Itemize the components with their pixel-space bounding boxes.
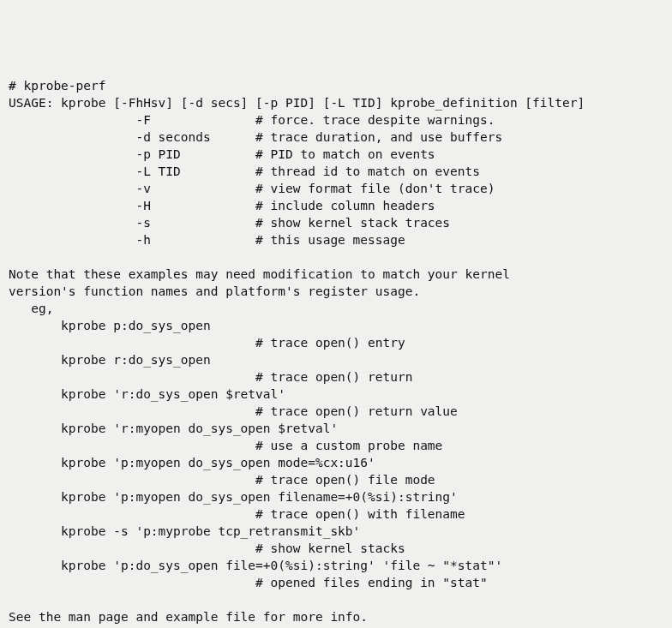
terminal-line: -s # show kernel stack traces xyxy=(9,214,672,231)
terminal-line: -L TID # thread id to match on events xyxy=(9,163,672,180)
terminal-line: kprobe 'p:myopen do_sys_open mode=%cx:u1… xyxy=(9,454,672,471)
terminal-line xyxy=(9,591,672,608)
terminal-line: -h # this usage message xyxy=(9,231,672,248)
terminal-line: eg, xyxy=(9,300,672,317)
terminal-line: kprobe p:do_sys_open xyxy=(9,317,672,334)
terminal-line: # kprobe-perf xyxy=(9,77,672,94)
terminal-line: # trace open() return xyxy=(9,368,672,386)
terminal-line: -d seconds # trace duration, and use buf… xyxy=(9,129,672,146)
terminal-line: -F # force. trace despite warnings. xyxy=(9,111,672,129)
terminal-line: # use a custom probe name xyxy=(9,437,672,454)
terminal-line: # trace open() entry xyxy=(9,334,672,351)
terminal-line: # trace open() return value xyxy=(9,403,672,420)
terminal-line: Note that these examples may need modifi… xyxy=(9,266,672,283)
terminal-line: USAGE: kprobe [-FhHsv] [-d secs] [-p PID… xyxy=(9,94,672,111)
terminal-line: kprobe 'p:myopen do_sys_open filename=+0… xyxy=(9,488,672,505)
terminal-line: See the man page and example file for mo… xyxy=(9,608,672,625)
terminal-line: kprobe -s 'p:myprobe tcp_retransmit_skb' xyxy=(9,523,672,540)
terminal-line xyxy=(9,248,672,266)
terminal-line: kprobe 'r:myopen do_sys_open $retval' xyxy=(9,420,672,437)
terminal-line: kprobe r:do_sys_open xyxy=(9,351,672,368)
terminal-output: # kprobe-perfUSAGE: kprobe [-FhHsv] [-d … xyxy=(9,77,672,628)
terminal-line: # trace open() with filename xyxy=(9,505,672,523)
terminal-line: -H # include column headers xyxy=(9,197,672,214)
terminal-line: # trace open() file mode xyxy=(9,471,672,488)
terminal-line: -v # view format file (don't trace) xyxy=(9,180,672,197)
terminal-line: kprobe 'p:do_sys_open file=+0(%si):strin… xyxy=(9,557,672,574)
terminal-line: # opened files ending in "stat" xyxy=(9,574,672,591)
terminal-line: -p PID # PID to match on events xyxy=(9,146,672,163)
terminal-line: kprobe 'r:do_sys_open $retval' xyxy=(9,386,672,403)
terminal-line: version's function names and platform's … xyxy=(9,283,672,300)
terminal-line: # show kernel stacks xyxy=(9,540,672,557)
